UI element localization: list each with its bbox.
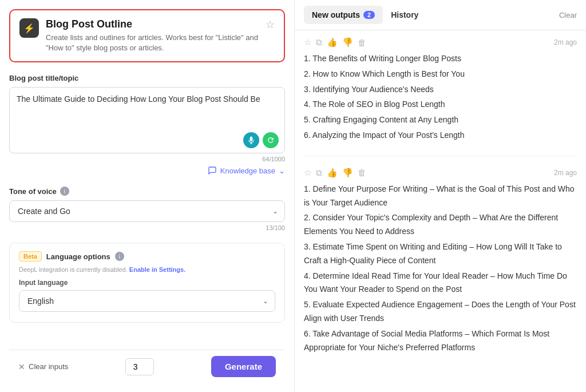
language-section: Beta Language options i DeepL integratio… <box>9 243 285 323</box>
output-line: 4. The Role of SEO in Blog Post Length <box>304 98 577 112</box>
tab-history[interactable]: History <box>383 6 426 24</box>
new-outputs-badge: 2 <box>363 11 375 19</box>
tone-info-icon[interactable]: i <box>60 187 69 196</box>
output-item-1: ☆ ⧉ 👍 👎 🗑 2m ago 1. The Benefits of Writ… <box>304 37 577 156</box>
output-time-2: 2m ago <box>554 169 577 177</box>
left-content: ⚡ Blog Post Outline Create lists and out… <box>9 9 285 350</box>
lang-header: Beta Language options i <box>19 251 275 262</box>
char-count: 64/1000 <box>9 156 285 163</box>
copy-icon[interactable]: ⧉ <box>316 168 322 178</box>
tone-char-count: 13/100 <box>9 224 285 231</box>
history-label: History <box>391 10 418 19</box>
template-card: ⚡ Blog Post Outline Create lists and out… <box>9 9 285 62</box>
left-panel: ⚡ Blog Post Outline Create lists and out… <box>0 0 295 392</box>
output-actions-1: ☆ ⧉ 👍 👎 🗑 <box>304 37 366 47</box>
close-icon: ✕ <box>18 362 25 371</box>
star-icon[interactable]: ☆ <box>304 37 311 47</box>
rewrite-button[interactable] <box>263 132 279 148</box>
clear-inputs-button[interactable]: ✕ Clear inputs <box>18 362 68 371</box>
thumbsup-icon[interactable]: 👍 <box>327 168 338 178</box>
output-actions-2: ☆ ⧉ 👍 👎 🗑 <box>304 168 366 178</box>
output-time-1: 2m ago <box>554 38 577 46</box>
output-line: 3. Estimate Time Spent on Writing and Ed… <box>304 240 577 268</box>
output-text-1: 1. The Benefits of Writing Longer Blog P… <box>304 52 577 142</box>
tab-new-outputs[interactable]: New outputs 2 <box>304 6 383 24</box>
new-outputs-label: New outputs <box>312 10 360 19</box>
input-language-select-wrapper: English ⌄ <box>19 290 275 312</box>
input-language-label: Input language <box>19 279 275 287</box>
blog-post-textarea[interactable]: The Ultimate Guide to Deciding How Long … <box>17 93 278 130</box>
thumbsup-icon[interactable]: 👍 <box>327 37 338 47</box>
output-line: 1. Define Your Purpose For Writing – Wha… <box>304 183 577 210</box>
knowledge-base-label: Knowledge base <box>220 167 275 175</box>
bottom-bar: ✕ Clear inputs Generate <box>9 350 285 383</box>
tone-select[interactable]: Create and Go <box>9 200 285 222</box>
output-line: 1. The Benefits of Writing Longer Blog P… <box>304 52 577 66</box>
output-line: 2. Consider Your Topic's Complexity and … <box>304 211 577 239</box>
tone-select-wrapper: Create and Go ⌄ <box>9 200 285 222</box>
bookmark-icon[interactable]: ☆ <box>266 18 275 31</box>
outputs-count-input[interactable] <box>125 358 154 375</box>
output-text-2: 1. Define Your Purpose For Writing – Wha… <box>304 183 577 355</box>
clear-inputs-label: Clear inputs <box>29 362 68 371</box>
microphone-button[interactable] <box>243 132 259 148</box>
beta-badge: Beta <box>19 251 42 262</box>
generate-button[interactable]: Generate <box>211 356 276 377</box>
textarea-actions <box>243 132 279 148</box>
copy-icon[interactable]: ⧉ <box>316 37 322 47</box>
tone-label: Tone of voice <box>9 187 57 196</box>
blog-post-label: Blog post title/topic <box>9 74 285 82</box>
output-meta-1: ☆ ⧉ 👍 👎 🗑 2m ago <box>304 37 577 47</box>
output-line: 2. How to Know Which Length is Best for … <box>304 68 577 81</box>
right-header: New outputs 2 History Clear <box>295 0 586 30</box>
deepl-notice: DeepL integration is currently disabled.… <box>19 266 275 273</box>
delete-icon[interactable]: 🗑 <box>358 38 366 47</box>
outputs-counter <box>125 358 154 375</box>
output-line: 3. Identifying Your Audience's Needs <box>304 83 577 97</box>
language-options-title: Language options <box>46 252 110 261</box>
right-panel: New outputs 2 History Clear ☆ ⧉ 👍 👎 🗑 2m… <box>295 0 586 392</box>
knowledge-base-icon <box>208 166 217 175</box>
knowledge-base-chevron: ⌄ <box>279 167 285 175</box>
output-line: 6. Take Advantage of Social Media Platfo… <box>304 327 577 355</box>
output-line: 5. Crafting Engaging Content at Any Leng… <box>304 113 577 127</box>
thumbsdown-icon[interactable]: 👎 <box>342 37 353 47</box>
output-line: 5. Evaluate Expected Audience Engagement… <box>304 298 577 326</box>
clear-button[interactable]: Clear <box>559 11 577 19</box>
outputs-list: ☆ ⧉ 👍 👎 🗑 2m ago 1. The Benefits of Writ… <box>295 30 586 392</box>
star-icon[interactable]: ☆ <box>304 168 311 178</box>
knowledge-base-link[interactable]: Knowledge base ⌄ <box>9 166 285 175</box>
output-line: 6. Analyzing the Impact of Your Post's L… <box>304 129 577 142</box>
enable-settings-link[interactable]: Enable in Settings. <box>129 266 185 273</box>
delete-icon[interactable]: 🗑 <box>358 168 366 177</box>
output-meta-2: ☆ ⧉ 👍 👎 🗑 2m ago <box>304 168 577 178</box>
template-icon: ⚡ <box>19 18 39 38</box>
output-line: 4. Determine Ideal Read Time for Your Id… <box>304 270 577 297</box>
template-title: Blog Post Outline <box>46 18 259 30</box>
input-language-select[interactable]: English <box>19 290 275 312</box>
thumbsdown-icon[interactable]: 👎 <box>342 168 353 178</box>
lightning-icon: ⚡ <box>23 23 35 34</box>
output-item-2: ☆ ⧉ 👍 👎 🗑 2m ago 1. Define Your Purpose … <box>304 168 577 368</box>
template-info: Blog Post Outline Create lists and outli… <box>46 18 259 53</box>
blog-post-input-wrapper: The Ultimate Guide to Deciding How Long … <box>9 87 285 153</box>
tone-label-row: Tone of voice i <box>9 187 285 196</box>
template-desc: Create lists and outlines for articles. … <box>46 33 259 53</box>
language-info-icon[interactable]: i <box>115 252 124 261</box>
